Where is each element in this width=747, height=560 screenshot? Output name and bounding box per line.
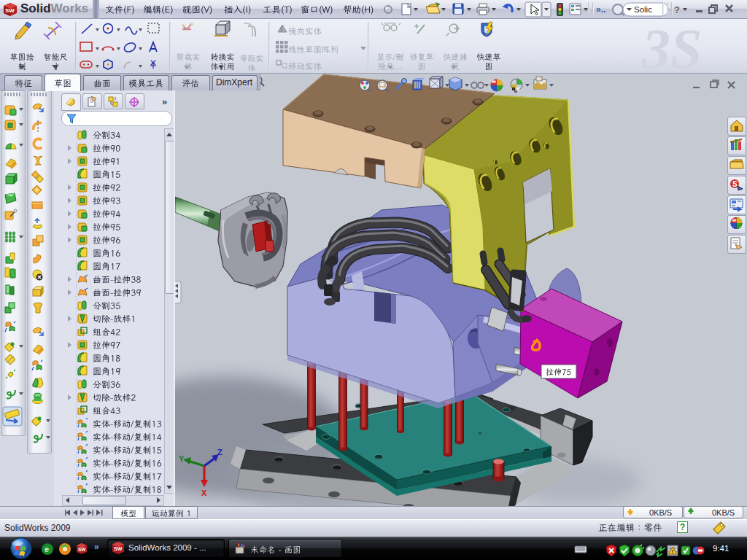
svg-text:Y: Y bbox=[179, 454, 185, 463]
svg-text:S: S bbox=[732, 180, 738, 188]
svg-text:0KB/S: 0KB/S bbox=[649, 508, 672, 517]
svg-text:Solic: Solic bbox=[634, 5, 652, 14]
svg-text:SW: SW bbox=[114, 546, 123, 551]
svg-text:Z: Z bbox=[217, 448, 222, 456]
svg-text:!: ! bbox=[280, 26, 282, 33]
svg-text:SW: SW bbox=[5, 7, 15, 14]
svg-text:e: e bbox=[44, 545, 49, 553]
svg-text:X: X bbox=[201, 489, 207, 497]
svg-text:?: ? bbox=[674, 4, 680, 15]
svg-text:!: ! bbox=[672, 548, 674, 555]
svg-text:»..: ».. bbox=[596, 4, 605, 15]
svg-text:»: » bbox=[94, 542, 99, 552]
svg-text:0KB/S: 0KB/S bbox=[712, 508, 735, 517]
svg-text:SW: SW bbox=[78, 547, 86, 552]
